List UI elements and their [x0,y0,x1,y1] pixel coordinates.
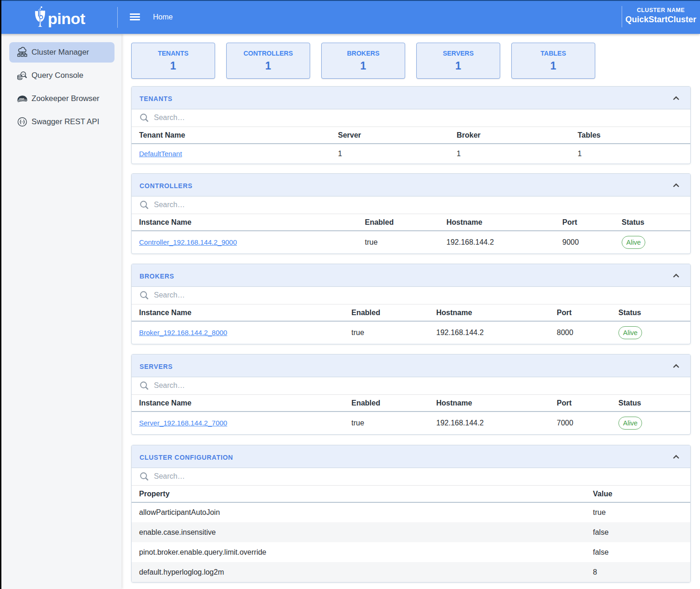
svg-text:pinot: pinot [48,10,85,27]
svg-text:zoo: zoo [19,97,24,100]
